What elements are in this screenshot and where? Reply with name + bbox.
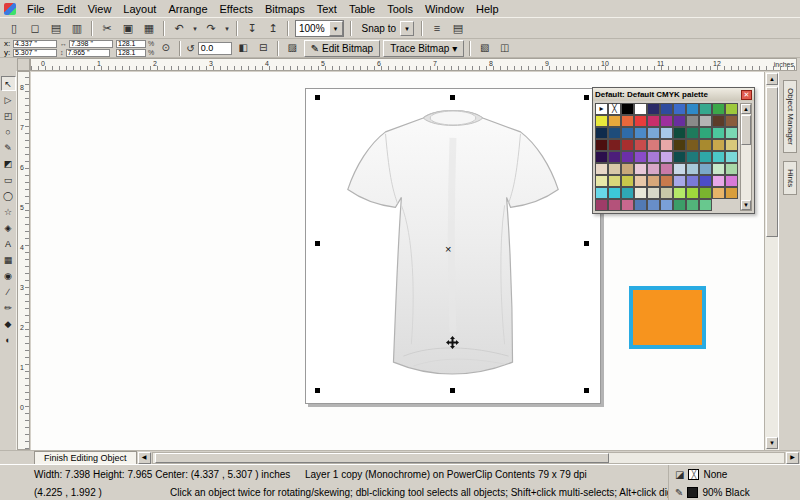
resample-button[interactable]: ▨ bbox=[284, 40, 301, 56]
palette-swatch[interactable] bbox=[660, 151, 673, 163]
scroll-up-icon[interactable]: ▲ bbox=[766, 73, 778, 85]
horizontal-scrollbar[interactable] bbox=[152, 452, 785, 464]
mirror-horizontal-button[interactable]: ◧ bbox=[235, 40, 252, 56]
palette-swatch[interactable] bbox=[712, 127, 725, 139]
palette-swatch[interactable] bbox=[673, 151, 686, 163]
palette-swatch[interactable] bbox=[725, 139, 738, 151]
undo-dropdown[interactable]: ▾ bbox=[190, 19, 200, 37]
palette-swatch[interactable] bbox=[634, 127, 647, 139]
shape-tool[interactable]: ▷ bbox=[1, 92, 16, 107]
chevron-down-icon[interactable]: ▾ bbox=[400, 21, 414, 36]
palette-swatch[interactable] bbox=[673, 187, 686, 199]
rotation-field[interactable]: 0.0 bbox=[198, 42, 232, 55]
palette-swatch[interactable] bbox=[725, 163, 738, 175]
crop-tool[interactable]: ◰ bbox=[1, 108, 16, 123]
palette-scroll-track[interactable] bbox=[741, 146, 751, 200]
horizontal-ruler[interactable]: inches 0123456789101112 bbox=[30, 58, 797, 71]
object-center-marker[interactable]: × bbox=[445, 243, 451, 255]
rectangle-tool[interactable]: ▭ bbox=[1, 172, 16, 187]
palette-scrollbar[interactable]: ▲ ▼ bbox=[740, 103, 752, 211]
text-tool[interactable]: A bbox=[1, 236, 16, 251]
bitmap-mode-button[interactable]: ◫ bbox=[496, 40, 513, 56]
docker-tab-object-manager[interactable]: Object Manager bbox=[783, 80, 797, 153]
polygon-tool[interactable]: ☆ bbox=[1, 204, 16, 219]
selection-handle-middle-right[interactable] bbox=[584, 241, 589, 246]
palette-swatch[interactable] bbox=[595, 151, 608, 163]
palette-swatch[interactable] bbox=[660, 199, 673, 211]
menu-window[interactable]: Window bbox=[419, 2, 470, 16]
palette-swatch[interactable] bbox=[725, 151, 738, 163]
palette-swatch[interactable] bbox=[725, 103, 738, 115]
ruler-origin-box[interactable] bbox=[17, 58, 30, 71]
menu-layout[interactable]: Layout bbox=[117, 2, 162, 16]
palette-swatch[interactable] bbox=[699, 127, 712, 139]
menu-file[interactable]: File bbox=[21, 2, 51, 16]
pick-tool[interactable]: ↖ bbox=[1, 76, 16, 91]
selection-handle-bottom-left[interactable] bbox=[315, 388, 320, 393]
chevron-down-icon[interactable]: ▾ bbox=[329, 21, 343, 36]
redo-dropdown[interactable]: ▾ bbox=[222, 19, 232, 37]
palette-swatch[interactable] bbox=[634, 115, 647, 127]
width-field[interactable]: 7.398 " bbox=[69, 40, 113, 48]
copy-button[interactable]: ▣ bbox=[118, 19, 138, 37]
color-palette-window[interactable]: Default: Default CMYK palette ✕ ▸╳ ▲ ▼ bbox=[592, 87, 755, 214]
palette-swatch[interactable] bbox=[712, 103, 725, 115]
mirror-vertical-button[interactable]: ⊟ bbox=[255, 40, 272, 56]
palette-swatch[interactable] bbox=[595, 163, 608, 175]
palette-swatch[interactable] bbox=[621, 187, 634, 199]
palette-swatch[interactable] bbox=[634, 187, 647, 199]
selection-handle-top-left[interactable] bbox=[315, 95, 320, 100]
palette-swatch[interactable] bbox=[647, 151, 660, 163]
selection-handle-middle-left[interactable] bbox=[315, 241, 320, 246]
palette-swatch[interactable] bbox=[699, 163, 712, 175]
palette-swatch[interactable] bbox=[647, 199, 660, 211]
export-button[interactable]: ↥ bbox=[263, 19, 283, 37]
palette-swatch[interactable] bbox=[673, 127, 686, 139]
vertical-scroll-thumb[interactable] bbox=[766, 87, 778, 237]
palette-swatch[interactable] bbox=[608, 139, 621, 151]
close-icon[interactable]: ✕ bbox=[741, 90, 752, 100]
palette-swatch[interactable] bbox=[595, 187, 608, 199]
palette-swatch[interactable] bbox=[699, 139, 712, 151]
scroll-down-icon[interactable]: ▼ bbox=[741, 200, 751, 210]
palette-swatch[interactable] bbox=[686, 127, 699, 139]
interactive-blend-tool[interactable]: ◉ bbox=[1, 268, 16, 283]
palette-swatch[interactable] bbox=[647, 103, 660, 115]
palette-swatch[interactable] bbox=[686, 103, 699, 115]
palette-flyout-button[interactable]: ▸ bbox=[595, 103, 608, 115]
selection-handle-bottom-right[interactable] bbox=[584, 388, 589, 393]
table-tool[interactable]: ▦ bbox=[1, 252, 16, 267]
palette-swatch[interactable] bbox=[660, 187, 673, 199]
smart-fill-tool[interactable]: ◩ bbox=[1, 156, 16, 171]
zoom-tool[interactable]: ○ bbox=[1, 124, 16, 139]
new-button[interactable]: ▯ bbox=[4, 19, 24, 37]
palette-swatch[interactable] bbox=[686, 175, 699, 187]
palette-swatch[interactable] bbox=[595, 127, 608, 139]
palette-swatch[interactable] bbox=[621, 199, 634, 211]
palette-swatch[interactable] bbox=[686, 163, 699, 175]
palette-swatch[interactable] bbox=[634, 103, 647, 115]
palette-swatch[interactable] bbox=[608, 127, 621, 139]
palette-swatch[interactable] bbox=[621, 139, 634, 151]
drawing-canvas[interactable]: × Default: Default CMYK palette ✕ ▸╳ ▲ ▼ bbox=[31, 72, 764, 450]
palette-swatch[interactable] bbox=[686, 187, 699, 199]
palette-swatch[interactable] bbox=[608, 199, 621, 211]
palette-swatch[interactable] bbox=[699, 187, 712, 199]
palette-swatch[interactable] bbox=[673, 139, 686, 151]
snap-to-dropdown[interactable]: Snap to ▾ bbox=[358, 20, 415, 37]
menu-tools[interactable]: Tools bbox=[381, 2, 419, 16]
palette-swatch[interactable] bbox=[686, 115, 699, 127]
menu-bitmaps[interactable]: Bitmaps bbox=[259, 2, 311, 16]
menu-view[interactable]: View bbox=[82, 2, 118, 16]
palette-swatch[interactable] bbox=[647, 175, 660, 187]
palette-swatch[interactable] bbox=[699, 175, 712, 187]
paste-button[interactable]: ▦ bbox=[139, 19, 159, 37]
palette-swatch[interactable] bbox=[621, 103, 634, 115]
palette-swatch[interactable] bbox=[595, 199, 608, 211]
palette-title-bar[interactable]: Default: Default CMYK palette ✕ bbox=[593, 88, 754, 101]
palette-swatch[interactable] bbox=[660, 127, 673, 139]
palette-swatch[interactable] bbox=[673, 163, 686, 175]
selection-handle-top-right[interactable] bbox=[584, 95, 589, 100]
menu-table[interactable]: Table bbox=[343, 2, 381, 16]
palette-swatch[interactable] bbox=[725, 127, 738, 139]
